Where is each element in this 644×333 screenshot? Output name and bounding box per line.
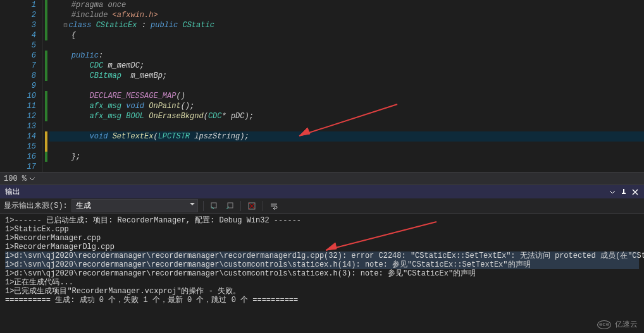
watermark-logo-icon: ece bbox=[597, 320, 611, 329]
separator bbox=[263, 201, 263, 211]
code-editor[interactable]: 1234567891011121314151617 #pragma once #… bbox=[0, 0, 644, 172]
svg-rect-2 bbox=[623, 189, 624, 193]
zoom-value: 100 % bbox=[4, 174, 27, 183]
output-note-line[interactable]: 1>d:\svn\qj2020\recordermanager\recorder… bbox=[5, 269, 639, 278]
output-note-line[interactable]: 1>d:\svn\qj2020\recordermanager\recorder… bbox=[5, 260, 639, 269]
fold-icon[interactable]: ⊟ bbox=[62, 21, 68, 31]
output-panel-title: 输出 bbox=[5, 186, 20, 197]
output-toolbar: 显示输出来源(S): 生成 bbox=[0, 198, 644, 214]
change-indicator-strip bbox=[43, 0, 49, 172]
code-body[interactable]: #pragma once #include <afxwin.h> ⊟class … bbox=[49, 0, 644, 172]
separator bbox=[203, 201, 204, 211]
watermark: ece 亿速云 bbox=[597, 320, 638, 329]
svg-marker-8 bbox=[326, 243, 337, 250]
chevron-down-icon bbox=[29, 176, 35, 182]
zoom-bar: 100 % bbox=[0, 172, 644, 185]
zoom-dropdown[interactable]: 100 % bbox=[4, 174, 35, 183]
go-to-prev-icon[interactable] bbox=[209, 200, 220, 212]
separator bbox=[240, 201, 241, 211]
clear-icon[interactable] bbox=[246, 200, 257, 212]
word-wrap-icon[interactable] bbox=[268, 200, 280, 212]
output-source-label: 显示输出来源(S): bbox=[4, 200, 68, 211]
line-gutter: 1234567891011121314151617 bbox=[0, 0, 43, 172]
close-icon[interactable] bbox=[631, 188, 639, 196]
output-body[interactable]: 1>------ 已启动生成: 项目: RecorderManager, 配置:… bbox=[0, 214, 644, 333]
pin-icon[interactable] bbox=[620, 188, 628, 196]
dropdown-icon[interactable] bbox=[609, 188, 616, 196]
output-source-dropdown[interactable]: 生成 bbox=[71, 199, 198, 212]
output-line: 1>已完成生成项目"RecorderManager.vcxproj"的操作 - … bbox=[5, 287, 639, 296]
svg-rect-3 bbox=[622, 193, 626, 194]
watermark-text: 亿速云 bbox=[615, 320, 638, 329]
output-line: 1>正在生成代码... bbox=[5, 278, 639, 287]
annotation-arrow-icon bbox=[316, 219, 443, 257]
svg-line-7 bbox=[326, 222, 437, 250]
go-to-next-icon[interactable] bbox=[224, 200, 235, 212]
output-panel-header: 输出 bbox=[0, 185, 644, 198]
output-line: ========== 生成: 成功 0 个，失败 1 个，最新 0 个，跳过 0… bbox=[5, 296, 639, 305]
